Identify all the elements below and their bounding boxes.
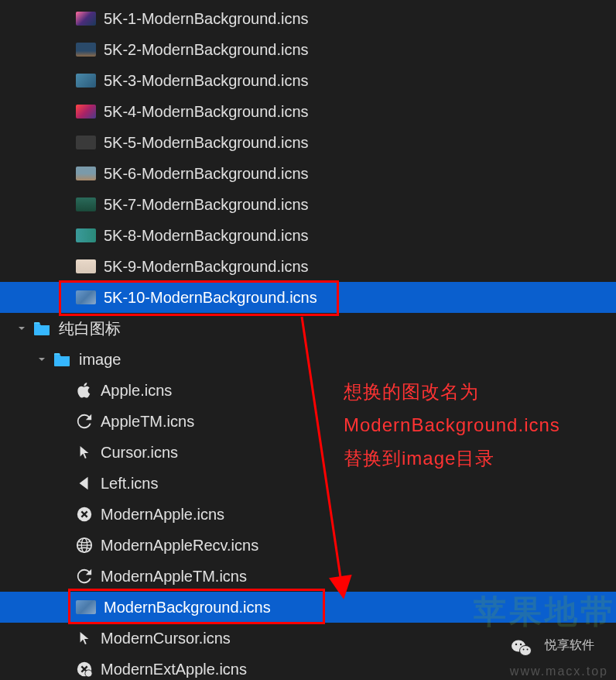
svg-point-12 <box>527 649 529 651</box>
svg-point-5 <box>85 670 92 677</box>
file-row[interactable]: ModernAppleRecv.icns <box>0 530 616 561</box>
file-name: 5K-3-ModernBackground.icns <box>104 72 309 90</box>
watermark-domain: www.macx.top <box>510 665 608 678</box>
file-name: 5K-2-ModernBackground.icns <box>104 41 309 59</box>
thumbnail-icon <box>76 136 96 149</box>
file-row[interactable]: ModernAppleTM.icns <box>0 561 616 592</box>
file-name: ModernAppleTM.icns <box>101 568 247 586</box>
folder-icon <box>53 352 71 367</box>
folder-name: 纯白图标 <box>59 318 121 339</box>
file-row[interactable]: 5K-1-ModernBackground.icns <box>0 3 616 34</box>
thumbnail-icon <box>76 105 96 118</box>
file-row[interactable]: 5K-2-ModernBackground.icns <box>0 34 616 65</box>
refresh-icon <box>76 413 93 430</box>
file-name: ModernAppleRecv.icns <box>101 537 258 555</box>
file-name: Cursor.icns <box>101 444 178 462</box>
cursor-icon <box>76 630 93 647</box>
file-row[interactable]: 5K-8-ModernBackground.icns <box>0 220 616 251</box>
file-row[interactable]: Apple.icns <box>0 375 616 406</box>
cursor-icon <box>76 444 93 461</box>
svg-point-10 <box>520 644 522 645</box>
apple-icon <box>76 382 93 399</box>
file-row[interactable]: 5K-9-ModernBackground.icns <box>0 251 616 282</box>
file-row[interactable]: 5K-6-ModernBackground.icns <box>0 158 616 189</box>
thumbnail-icon <box>76 228 96 242</box>
folder-row[interactable]: 纯白图标 <box>0 313 616 344</box>
thumbnail-icon <box>76 290 96 304</box>
watermark-brand: 悦享软件 <box>545 637 594 654</box>
folder-icon <box>33 321 51 336</box>
file-name: 5K-5-ModernBackground.icns <box>104 134 309 152</box>
file-name: ModernCursor.icns <box>101 630 231 647</box>
file-row[interactable]: 5K-4-ModernBackground.icns <box>0 96 616 127</box>
file-row[interactable]: 5K-7-ModernBackground.icns <box>0 189 616 220</box>
file-row-selected[interactable]: 5K-10-ModernBackground.icns <box>0 282 616 313</box>
thumbnail-icon <box>76 43 96 57</box>
thumbnail-icon <box>76 12 96 26</box>
chevron-down-icon[interactable] <box>15 322 28 335</box>
file-row[interactable]: Left.icns <box>0 468 616 499</box>
file-name: 5K-10-ModernBackground.icns <box>104 289 317 307</box>
thumbnail-icon <box>76 197 96 211</box>
file-name: ModernApple.icns <box>101 506 224 524</box>
svg-point-11 <box>523 649 525 651</box>
refresh-icon <box>76 568 93 585</box>
file-name: 5K-6-ModernBackground.icns <box>104 165 309 183</box>
file-name: 5K-8-ModernBackground.icns <box>104 227 309 245</box>
thumbnail-icon <box>76 74 96 88</box>
svg-point-8 <box>520 646 532 656</box>
file-name: ModernExtApple.icns <box>101 661 247 678</box>
file-row[interactable]: AppleTM.icns <box>0 406 616 437</box>
thumbnail-icon <box>76 167 96 180</box>
file-row[interactable]: Cursor.icns <box>0 437 616 468</box>
file-name: ModernBackground.icns <box>104 599 271 616</box>
thumbnail-icon <box>76 259 96 273</box>
folder-name: image <box>79 351 121 369</box>
wechat-icon <box>511 638 532 657</box>
file-name: Left.icns <box>101 475 158 493</box>
file-name: 5K-7-ModernBackground.icns <box>104 196 309 214</box>
thumbnail-icon <box>76 600 96 614</box>
folder-row[interactable]: image <box>0 344 616 375</box>
circle-dot-icon <box>76 661 93 678</box>
svg-point-9 <box>515 644 517 645</box>
file-row[interactable]: 5K-3-ModernBackground.icns <box>0 65 616 96</box>
file-row[interactable]: ModernApple.icns <box>0 499 616 530</box>
file-row[interactable]: 5K-5-ModernBackground.icns <box>0 127 616 158</box>
file-name: Apple.icns <box>101 382 172 400</box>
chevron-down-icon[interactable] <box>36 353 48 366</box>
circle-x-icon <box>76 506 93 523</box>
left-arrow-icon <box>76 475 93 492</box>
file-name: 5K-9-ModernBackground.icns <box>104 258 309 276</box>
globe-icon <box>76 537 93 554</box>
file-name: 5K-1-ModernBackground.icns <box>104 10 309 28</box>
watermark-background: 苹果地带 <box>474 590 616 634</box>
file-name: 5K-4-ModernBackground.icns <box>104 103 309 121</box>
file-tree: 5K-1-ModernBackground.icns 5K-2-ModernBa… <box>0 0 616 680</box>
file-name: AppleTM.icns <box>101 413 194 431</box>
